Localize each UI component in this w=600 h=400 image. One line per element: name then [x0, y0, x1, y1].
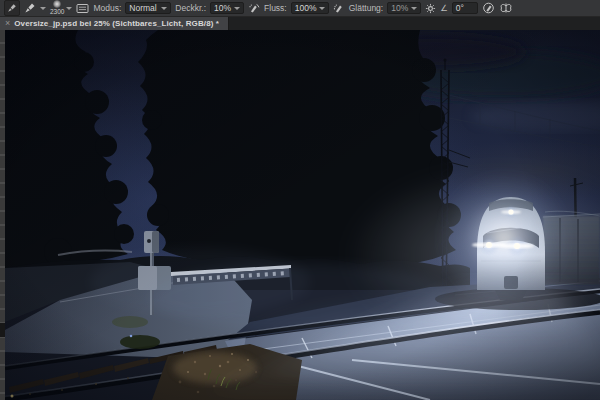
chevron-down-icon	[66, 7, 72, 10]
canvas-image	[5, 30, 600, 400]
chevron-down-icon	[161, 7, 167, 10]
opacity-value: 10%	[214, 3, 231, 13]
chevron-down-icon	[411, 7, 417, 10]
mode-value: Normal	[129, 3, 156, 13]
smoothing-value: 10%	[391, 3, 408, 13]
toggle-brush-panel-button[interactable]	[76, 1, 89, 15]
brush-tool-icon[interactable]	[24, 1, 36, 15]
workspace	[0, 30, 600, 400]
vignette	[5, 30, 600, 400]
flow-value: 100%	[295, 3, 317, 13]
pressure-size-button[interactable]	[482, 1, 495, 15]
canvas-area[interactable]	[5, 30, 600, 400]
flow-select[interactable]: 100%	[291, 2, 329, 14]
gear-icon	[425, 3, 436, 14]
smoothing-select[interactable]: 10%	[387, 2, 421, 14]
airbrush-toggle-button[interactable]	[333, 1, 345, 15]
flow-label: Fluss:	[264, 3, 287, 13]
symmetry-button[interactable]	[499, 1, 513, 15]
close-icon[interactable]: ×	[5, 19, 10, 28]
pressure-size-icon	[482, 2, 495, 14]
brush-preset-picker[interactable]: 2300	[50, 0, 72, 16]
brush-tool-thumb-icon	[7, 3, 17, 13]
document-title: Oversize_jp.psd bei 25% (Sichtbares_Lich…	[14, 19, 219, 28]
opacity-select[interactable]: 10%	[210, 2, 244, 14]
symmetry-butterfly-icon	[499, 2, 513, 14]
pressure-opacity-button[interactable]	[248, 1, 260, 15]
chevron-down-icon	[319, 7, 325, 10]
angle-icon: ∠	[440, 3, 448, 13]
smoothing-label: Glättung:	[349, 3, 384, 13]
chevron-down-icon[interactable]	[40, 7, 46, 10]
brush-size-value: 2300	[50, 9, 64, 16]
brush-panel-icon	[76, 3, 89, 14]
document-tab-bar: × Oversize_jp.psd bei 25% (Sichtbares_Li…	[0, 17, 600, 30]
mode-label: Modus:	[93, 3, 121, 13]
mode-select[interactable]: Normal	[125, 2, 171, 14]
document-tab[interactable]: × Oversize_jp.psd bei 25% (Sichtbares_Li…	[0, 17, 229, 30]
pressure-opacity-icon	[248, 2, 260, 14]
brush-tip-preview	[53, 0, 61, 8]
angle-value: 0°	[456, 3, 464, 13]
current-tool-preset[interactable]	[4, 0, 20, 16]
brush-angle-field[interactable]: 0°	[452, 2, 478, 14]
airbrush-icon	[333, 2, 345, 14]
brush-icon	[24, 2, 36, 14]
smoothing-options-button[interactable]	[425, 1, 436, 15]
opacity-label: Deckkr.:	[175, 3, 206, 13]
brush-options-bar: 2300 Modus: Normal Deckkr.: 10% Fluss: 1…	[0, 0, 600, 17]
chevron-down-icon	[234, 7, 240, 10]
